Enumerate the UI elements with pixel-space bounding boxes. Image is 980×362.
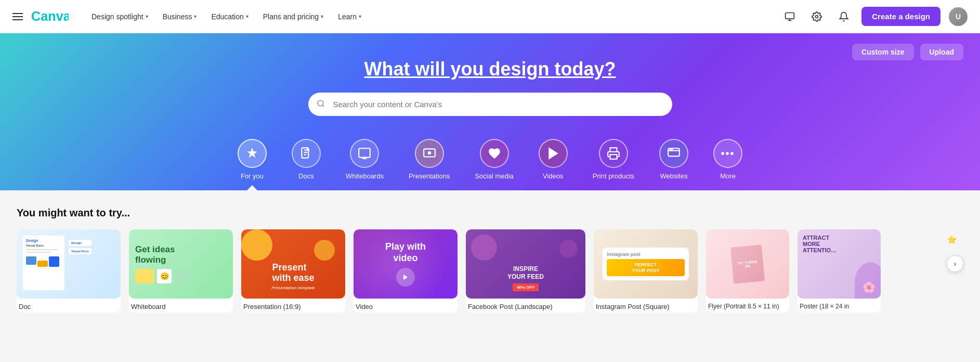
category-print-products[interactable]: Print products <box>580 133 647 190</box>
svg-rect-8 <box>359 148 371 157</box>
nav-links: Design spotlight ▾ Business ▾ Education … <box>85 8 780 25</box>
websites-icon <box>659 139 688 168</box>
category-row: For you Docs Whiteboards Presentations S <box>12 133 968 190</box>
presentations-icon <box>415 139 444 168</box>
category-label: More <box>720 172 736 180</box>
category-for-you[interactable]: For you <box>225 133 279 190</box>
chevron-down-icon: ▾ <box>246 14 249 19</box>
category-label: Websites <box>660 172 687 180</box>
hero-top-actions: Custom size Upload <box>852 44 963 60</box>
whiteboards-icon <box>350 139 379 168</box>
for-you-icon <box>238 139 267 168</box>
hero-title[interactable]: What will you design today? <box>12 58 968 80</box>
next-button[interactable]: › <box>947 255 963 272</box>
upload-button[interactable]: Upload <box>920 44 963 60</box>
card-label: Poster (18 × 24 in <box>798 299 881 312</box>
create-design-button[interactable]: Create a design <box>861 7 940 26</box>
instagram-post-card[interactable]: instagram post PERFECTYOUR POST Instagra… <box>594 229 698 313</box>
hero-banner: Custom size Upload What will you design … <box>0 33 980 190</box>
svg-line-6 <box>322 105 324 107</box>
facebook-post-card[interactable]: INSPIREYOUR FEED 40% OFF Facebook Post (… <box>466 229 585 313</box>
bell-icon-button[interactable] <box>834 7 853 26</box>
videos-icon <box>539 139 568 168</box>
search-wrapper <box>308 93 672 116</box>
nav-education[interactable]: Education ▾ <box>205 8 254 25</box>
settings-icon-button[interactable] <box>807 7 826 26</box>
print-products-icon <box>599 139 628 168</box>
search-icon <box>317 99 325 110</box>
presentation-card[interactable]: Presentwith ease Presentation template P… <box>241 229 345 313</box>
category-presentations[interactable]: Presentations <box>396 133 463 190</box>
card-row-wrapper: Design Visual Docs <box>17 229 963 313</box>
chevron-down-icon: ▾ <box>359 14 361 19</box>
card-label: Flyer (Portrait 8.5 × 11 in) <box>706 299 789 312</box>
custom-size-button[interactable]: Custom size <box>852 44 913 60</box>
avatar[interactable]: U <box>949 7 968 26</box>
canva-logo[interactable]: Canva <box>31 9 69 24</box>
category-label: Videos <box>543 172 564 180</box>
category-label: Print products <box>593 172 634 180</box>
card-label: Video <box>354 299 458 313</box>
video-card[interactable]: Play withvideo Video <box>354 229 458 313</box>
svg-rect-14 <box>610 154 617 159</box>
chevron-down-icon: ▾ <box>146 14 148 19</box>
svg-marker-19 <box>403 275 408 280</box>
card-row: Design Visual Docs <box>17 229 963 313</box>
nav-plans-pricing[interactable]: Plans and pricing ▾ <box>257 8 330 25</box>
monitor-icon-button[interactable] <box>780 7 799 26</box>
card-label: Whiteboard <box>129 299 233 313</box>
svg-rect-1 <box>786 12 794 19</box>
bell-icon <box>839 11 849 22</box>
card-label: Doc <box>17 299 121 313</box>
chevron-down-icon: ▾ <box>194 14 197 19</box>
flyer-card[interactable]: IVY TURNS20! Flyer (Portrait 8.5 × 11 in… <box>706 229 789 313</box>
svg-point-4 <box>816 15 818 18</box>
svg-point-5 <box>318 100 323 106</box>
category-videos[interactable]: Videos <box>526 133 580 190</box>
nav-design-spotlight[interactable]: Design spotlight ▾ <box>85 8 154 25</box>
search-input[interactable] <box>308 93 672 116</box>
category-label: Docs <box>298 172 314 180</box>
svg-marker-13 <box>549 148 557 159</box>
hamburger-menu[interactable] <box>12 13 23 20</box>
chevron-down-icon: ▾ <box>321 14 323 19</box>
poster-card[interactable]: ATTRACTMOREATTENTIO… 🌸 Poster (18 × 24 i… <box>798 229 881 313</box>
category-whiteboards[interactable]: Whiteboards <box>333 133 396 190</box>
category-label: For you <box>241 172 264 180</box>
social-media-icon <box>480 139 509 168</box>
svg-point-12 <box>427 151 431 155</box>
category-label: Whiteboards <box>346 172 384 180</box>
more-icon: ••• <box>713 139 742 168</box>
doc-card[interactable]: Design Visual Docs <box>17 229 121 313</box>
nav-right: Create a design U <box>780 7 968 26</box>
category-more[interactable]: ••• More <box>701 133 755 190</box>
nav-business[interactable]: Business ▾ <box>156 8 203 25</box>
category-label: Social media <box>475 172 513 180</box>
monitor-icon <box>785 11 795 22</box>
card-label: Presentation (16:9) <box>241 299 345 313</box>
navbar: Canva Design spotlight ▾ Business ▾ Educ… <box>0 0 980 33</box>
card-label: Facebook Post (Landscape) <box>466 299 585 313</box>
whiteboard-card[interactable]: Get ideasflowing 😊 ⭐ Whiteboard <box>129 229 233 313</box>
category-websites[interactable]: Websites <box>647 133 701 190</box>
category-docs[interactable]: Docs <box>279 133 333 190</box>
content-section: You might want to try... Design Visual D… <box>0 190 980 333</box>
card-label: Instagram Post (Square) <box>594 299 698 313</box>
svg-text:Canva: Canva <box>31 9 69 23</box>
settings-icon <box>812 11 822 22</box>
nav-learn[interactable]: Learn ▾ <box>332 8 368 25</box>
category-social-media[interactable]: Social media <box>462 133 526 190</box>
section-title: You might want to try... <box>17 207 963 219</box>
category-label: Presentations <box>409 172 450 180</box>
docs-icon <box>292 139 321 168</box>
